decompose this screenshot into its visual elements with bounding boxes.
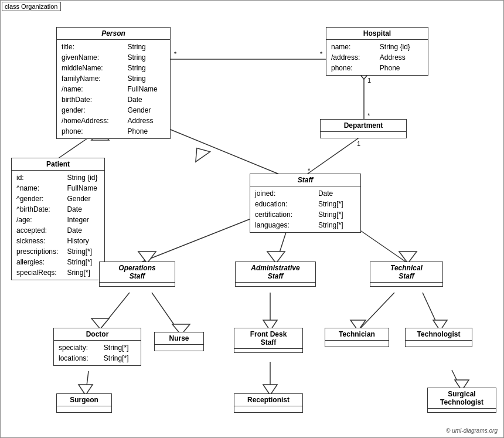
svg-text:1: 1 <box>367 77 371 84</box>
front-desk-staff-class: Front Desk Staff <box>234 328 303 353</box>
operations-staff-body <box>100 283 175 286</box>
technologist-class: Technologist <box>405 328 472 347</box>
person-body: title:String givenName:String middleName… <box>57 40 170 138</box>
nurse-body <box>155 345 203 351</box>
surgical-technologist-body <box>428 409 496 412</box>
front-desk-staff-body <box>234 349 302 352</box>
receptionist-body <box>234 406 302 412</box>
department-class: Department <box>320 119 407 138</box>
svg-line-28 <box>423 293 440 331</box>
surgeon-body <box>57 406 111 412</box>
receptionist-class: Receptionist <box>234 393 303 413</box>
svg-line-12 <box>171 130 282 175</box>
surgical-technologist-class: Surgical Technologist <box>427 388 496 413</box>
staff-title: Staff <box>250 174 360 186</box>
doctor-title: Doctor <box>54 328 141 341</box>
person-title: Person <box>57 28 170 40</box>
technical-staff-class: Technical Staff <box>370 262 443 287</box>
operations-staff-title: Operations Staff <box>100 262 175 283</box>
administrative-staff-title: Administrative Staff <box>236 262 315 283</box>
technical-staff-title: Technical Staff <box>370 262 442 283</box>
staff-body: joined:Date education:String[*] certific… <box>250 186 360 232</box>
hospital-class: Hospital name:String {id} /address:Addre… <box>326 27 428 76</box>
technologist-body <box>406 341 472 347</box>
copyright: © uml-diagrams.org <box>446 427 498 434</box>
technician-class: Technician <box>325 328 389 347</box>
svg-line-26 <box>358 293 394 331</box>
svg-text:1: 1 <box>357 140 360 147</box>
nurse-class: Nurse <box>154 332 204 351</box>
person-class: Person title:String givenName:String mid… <box>56 27 171 139</box>
surgeon-title: Surgeon <box>57 394 111 406</box>
front-desk-staff-title: Front Desk Staff <box>234 328 302 349</box>
technician-body <box>325 341 389 347</box>
operations-staff-class: Operations Staff <box>99 262 175 287</box>
technologist-title: Technologist <box>406 328 472 341</box>
doctor-class: Doctor specialty:String[*] locations:Str… <box>53 328 141 366</box>
department-title: Department <box>321 120 406 132</box>
svg-line-30 <box>86 371 88 395</box>
administrative-staff-class: Administrative Staff <box>235 262 316 287</box>
department-body <box>321 132 406 138</box>
diagram-container: class Organization * * 1 * 1 * <box>0 0 504 438</box>
svg-line-7 <box>305 134 364 175</box>
patient-body: id:String {id} ^name:FullName ^gender:Ge… <box>12 171 104 280</box>
surgical-technologist-title: Surgical Technologist <box>428 388 496 409</box>
patient-title: Patient <box>12 158 104 171</box>
technical-staff-body <box>370 283 442 286</box>
administrative-staff-body <box>236 283 315 286</box>
svg-text:*: * <box>367 112 370 119</box>
technician-title: Technician <box>325 328 389 341</box>
nurse-title: Nurse <box>155 332 203 345</box>
svg-marker-13 <box>190 143 210 162</box>
surgeon-class: Surgeon <box>56 393 112 413</box>
receptionist-title: Receptionist <box>234 394 302 406</box>
doctor-body: specialty:String[*] locations:String[*] <box>54 341 141 365</box>
patient-class: Patient id:String {id} ^name:FullName ^g… <box>11 158 105 280</box>
svg-text:*: * <box>174 50 177 57</box>
svg-line-22 <box>152 293 181 335</box>
svg-line-20 <box>100 293 130 329</box>
hospital-title: Hospital <box>326 28 428 40</box>
staff-class: Staff joined:Date education:String[*] ce… <box>250 174 361 233</box>
svg-text:*: * <box>320 50 323 57</box>
hospital-body: name:String {id} /address:Address phone:… <box>326 40 428 75</box>
diagram-title: class Organization <box>2 2 61 11</box>
